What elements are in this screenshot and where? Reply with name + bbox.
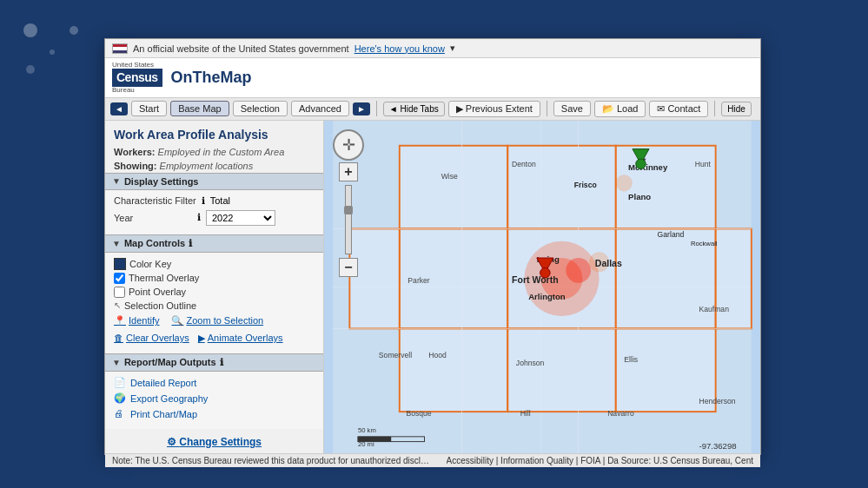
- app-header: United States Census Bureau OnTheMap: [105, 58, 760, 98]
- svg-text:Ellis: Ellis: [624, 354, 638, 363]
- previous-extent-button[interactable]: ▶ Previous Extent: [448, 101, 540, 117]
- selection-button[interactable]: Selection: [233, 101, 288, 116]
- back-nav-button[interactable]: ◄: [110, 102, 128, 115]
- svg-point-3: [50, 49, 55, 55]
- forward-nav-button[interactable]: ►: [353, 102, 370, 115]
- svg-text:Navarro: Navarro: [607, 409, 634, 418]
- report-outputs-header[interactable]: ▼ Report/Map Outputs ℹ: [105, 353, 323, 372]
- zoom-in-button[interactable]: +: [339, 162, 358, 181]
- point-overlay-checkbox[interactable]: [114, 287, 125, 298]
- contact-button[interactable]: ✉ Contact: [649, 101, 708, 117]
- svg-rect-59: [400, 146, 507, 229]
- svg-text:Somervell: Somervell: [379, 351, 412, 359]
- app-title: OnTheMap: [171, 69, 252, 87]
- svg-point-103: [540, 267, 550, 277]
- zoom-to-selection-icon: 🔍: [171, 315, 183, 326]
- report-outputs-label: Report/Map Outputs: [124, 357, 216, 367]
- svg-text:Hill: Hill: [520, 409, 531, 418]
- showing-value: Employment locations: [160, 161, 254, 171]
- svg-text:Rockwall: Rockwall: [691, 239, 718, 247]
- toolbar-separator-2: [547, 101, 547, 116]
- hide-button[interactable]: Hide: [721, 102, 752, 116]
- zoom-slider[interactable]: [345, 185, 352, 254]
- hide-tabs-button[interactable]: ◄ Hide Tabs: [383, 102, 445, 116]
- color-key-label: Color Key: [129, 259, 171, 269]
- compass-button[interactable]: ✛: [333, 129, 364, 161]
- svg-text:Denton: Denton: [512, 159, 536, 168]
- us-flag-icon: [112, 43, 128, 54]
- map-controls-content: Color Key Thermal Overlay Point Overlay …: [105, 253, 323, 353]
- toolbar: ◄ Start Base Map Selection Advanced ► ◄ …: [105, 98, 760, 121]
- identify-button[interactable]: 📍 Identify: [114, 315, 159, 326]
- export-geography-label: Export Geography: [130, 393, 208, 404]
- animate-overlays-button[interactable]: ▶ Animate Overlays: [198, 333, 283, 344]
- print-chart-item[interactable]: 🖨 Print Chart/Map: [114, 408, 315, 420]
- color-key-swatch: [114, 258, 126, 270]
- svg-rect-65: [400, 328, 507, 412]
- year-row: Year ℹ 2022 2021 2020: [114, 210, 315, 226]
- thermal-overlay-checkbox[interactable]: [114, 273, 125, 284]
- detailed-report-item[interactable]: 📄 Detailed Report: [114, 377, 315, 389]
- workers-subtitle: Workers: Employed in the Custom Area: [105, 145, 323, 159]
- display-settings-header[interactable]: ▼ Display Settings: [105, 173, 323, 190]
- map-controls-arrow-icon: ▼: [112, 239, 121, 248]
- clear-overlays-button[interactable]: 🗑 Clear Overlays: [114, 333, 189, 343]
- thermal-overlay-label: Thermal Overlay: [129, 273, 199, 283]
- start-button[interactable]: Start: [131, 101, 167, 116]
- census-logo-sub: Bureau: [112, 87, 135, 94]
- animate-icon: ▶: [198, 333, 205, 344]
- color-key-row: Color Key: [114, 258, 315, 270]
- change-settings-link[interactable]: ⚙ Change Settings: [105, 429, 323, 453]
- year-info-icon: ℹ: [197, 212, 201, 223]
- compass-icon: ✛: [342, 137, 355, 153]
- workers-label: Workers:: [114, 147, 155, 157]
- svg-text:50 km: 50 km: [358, 426, 376, 434]
- year-select[interactable]: 2022 2021 2020: [206, 210, 275, 226]
- report-info-icon: ℹ: [220, 357, 223, 368]
- svg-point-1: [70, 26, 78, 35]
- toolbar-separator-1: [376, 101, 377, 116]
- selection-outline-row: ↖ Selection Outline: [114, 300, 315, 311]
- char-filter-row: Characteristic Filter ℹ Total: [114, 195, 315, 207]
- showing-label: Showing:: [114, 161, 157, 171]
- load-button[interactable]: 📂 Load: [594, 101, 646, 117]
- zoom-out-button[interactable]: −: [339, 258, 358, 277]
- map-controls-label: Map Controls: [124, 238, 185, 248]
- save-button[interactable]: Save: [553, 101, 591, 116]
- report-outputs-arrow-icon: ▼: [112, 358, 121, 367]
- map-area[interactable]: McKinney ▼ Frisco Plano Garland Rockwall…: [324, 121, 760, 453]
- svg-point-76: [566, 258, 591, 283]
- svg-point-105: [636, 159, 646, 168]
- sidebar: Work Area Profile Analysis Workers: Empl…: [105, 121, 324, 453]
- footer-left-text: Note: The U.S. Census Bureau reviewed th…: [112, 456, 433, 465]
- svg-text:Hood: Hood: [428, 351, 447, 359]
- char-filter-info-icon: ℹ: [202, 195, 205, 207]
- census-logo: United States Census Bureau: [112, 62, 162, 94]
- contact-icon: ✉: [657, 103, 665, 115]
- svg-text:Hunt: Hunt: [695, 159, 712, 168]
- workers-value: Employed in the Custom Area: [158, 147, 285, 157]
- base-map-button[interactable]: Base Map: [170, 101, 229, 116]
- footer-right-text: Accessibility | Information Quality | FO…: [447, 456, 754, 465]
- main-content: Work Area Profile Analysis Workers: Empl…: [105, 121, 760, 453]
- map-navigation: ✛ + −: [333, 129, 364, 278]
- zoom-indicator[interactable]: [344, 206, 353, 214]
- svg-rect-60: [507, 146, 615, 229]
- export-geography-item[interactable]: 🌍 Export Geography: [114, 392, 315, 405]
- map-controls-header[interactable]: ▼ Map Controls ℹ: [105, 234, 323, 253]
- selection-outline-cursor-icon: ↖: [114, 300, 121, 310]
- showing-subtitle: Showing: Employment locations: [105, 159, 323, 173]
- svg-text:-97.36298: -97.36298: [699, 441, 736, 451]
- thermal-overlay-row: Thermal Overlay: [114, 273, 315, 284]
- zoom-to-selection-button[interactable]: 🔍 Zoom to Selection: [171, 315, 263, 326]
- census-logo-top: United States: [112, 62, 154, 69]
- svg-text:Kaufman: Kaufman: [699, 305, 729, 313]
- toolbar-separator-3: [714, 101, 715, 116]
- advanced-button[interactable]: Advanced: [291, 101, 349, 116]
- detailed-report-icon: 📄: [114, 377, 126, 389]
- svg-text:Fort Worth: Fort Worth: [512, 274, 559, 285]
- export-geography-icon: 🌍: [114, 392, 126, 405]
- display-settings-arrow-icon: ▼: [112, 176, 121, 186]
- gov-banner-link[interactable]: Here's how you know: [354, 43, 445, 54]
- svg-text:Arlington: Arlington: [528, 292, 566, 301]
